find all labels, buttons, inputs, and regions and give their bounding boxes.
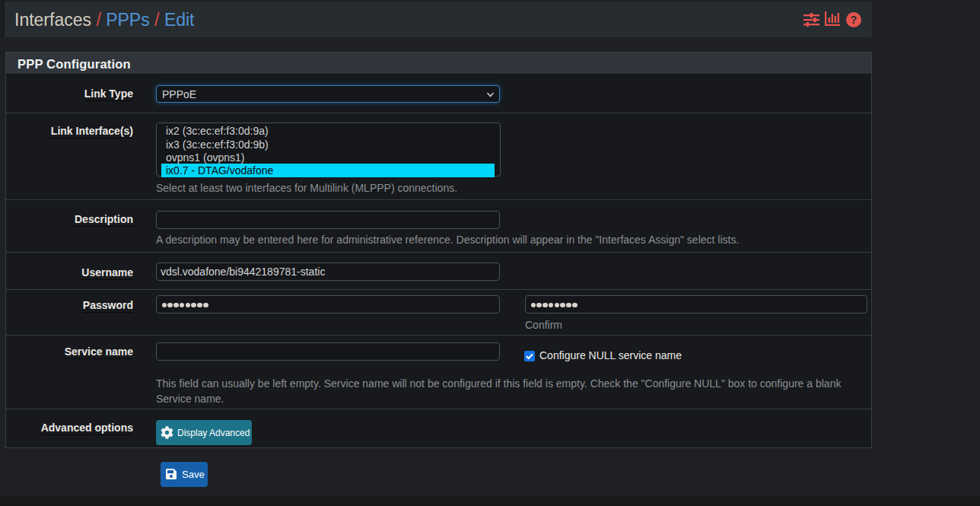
svg-text:?: ? <box>851 14 858 26</box>
